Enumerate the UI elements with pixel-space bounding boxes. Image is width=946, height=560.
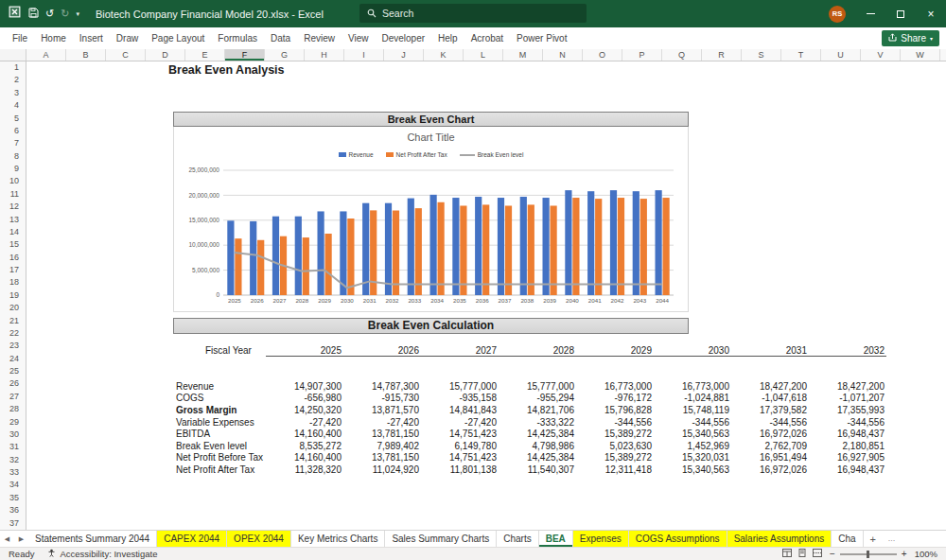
column-header-o[interactable]: O (583, 49, 622, 61)
bar-net-profit-2035[interactable] (460, 205, 466, 295)
table-cell[interactable]: -333,322 (499, 417, 576, 428)
row-header-7[interactable]: 7 (0, 137, 26, 149)
row-header-28[interactable]: 28 (0, 403, 26, 415)
table-cell[interactable]: 16,972,026 (731, 429, 809, 439)
bar-revenue-2028[interactable] (295, 217, 302, 295)
table-cell[interactable]: 16,927,905 (809, 452, 886, 463)
ribbon-tab-page-layout[interactable]: Page Layout (145, 27, 211, 49)
bar-net-profit-2025[interactable] (235, 238, 241, 295)
column-header-f[interactable]: F (225, 49, 265, 61)
row-header-18[interactable]: 18 (0, 276, 26, 289)
row-header-24[interactable]: 24 (0, 353, 26, 365)
restore-button[interactable] (885, 0, 916, 27)
bar-revenue-2039[interactable] (543, 198, 550, 295)
page-layout-view-icon[interactable] (797, 549, 807, 559)
table-cell[interactable]: 14,821,706 (499, 405, 576, 415)
bar-revenue-2040[interactable] (565, 190, 571, 295)
table-cell[interactable]: 15,748,119 (654, 405, 731, 415)
table-cell[interactable]: 2,180,851 (809, 441, 886, 451)
column-header-l[interactable]: L (464, 49, 503, 61)
row-header-21[interactable]: 21 (0, 315, 26, 327)
column-header-q[interactable]: Q (662, 49, 702, 61)
bar-net-profit-2032[interactable] (393, 211, 399, 295)
bar-net-profit-2037[interactable] (505, 205, 512, 295)
bar-revenue-2026[interactable] (250, 221, 256, 295)
table-cell[interactable]: 16,773,000 (654, 381, 731, 392)
bar-revenue-2032[interactable] (385, 203, 392, 295)
bar-revenue-2044[interactable] (656, 190, 662, 295)
table-cell[interactable]: -935,158 (421, 393, 499, 403)
normal-view-icon[interactable] (782, 549, 792, 559)
row-header-34[interactable]: 34 (0, 479, 26, 491)
ribbon-tab-file[interactable]: File (6, 27, 34, 49)
table-cell[interactable]: 14,907,300 (266, 381, 343, 392)
column-header-w[interactable]: W (901, 49, 940, 61)
zoom-percentage[interactable]: 100% (915, 549, 937, 559)
column-header-d[interactable]: D (146, 49, 185, 61)
year-header[interactable]: 2026 (343, 345, 421, 357)
table-cell[interactable]: 4,798,986 (499, 441, 576, 451)
table-cell[interactable]: 16,773,000 (576, 381, 654, 392)
bar-revenue-2043[interactable] (633, 191, 639, 295)
table-cell[interactable]: 14,250,320 (266, 405, 343, 415)
row-header-25[interactable]: 25 (0, 365, 26, 377)
row-header-31[interactable]: 31 (0, 441, 26, 453)
table-cell[interactable]: 1,452,969 (654, 441, 731, 451)
row-header-32[interactable]: 32 (0, 454, 26, 466)
bar-net-profit-2041[interactable] (595, 199, 602, 295)
bar-revenue-2037[interactable] (498, 198, 504, 295)
table-cell[interactable]: -27,420 (266, 417, 343, 428)
sheet-nav-right-icon[interactable]: ▶ (14, 531, 28, 547)
add-sheet-icon[interactable]: + (864, 531, 883, 547)
row-header-16[interactable]: 16 (0, 252, 26, 264)
row-header-3[interactable]: 3 (0, 87, 26, 99)
table-cell[interactable]: 11,328,320 (266, 464, 343, 475)
table-cell[interactable]: -344,556 (809, 417, 886, 428)
table-cell[interactable]: 15,389,272 (576, 429, 654, 439)
page-break-view-icon[interactable] (813, 549, 822, 559)
year-header[interactable]: 2031 (731, 345, 809, 357)
row-header-4[interactable]: 4 (0, 99, 26, 112)
table-cell[interactable]: 14,841,843 (421, 405, 499, 415)
bar-net-profit-2038[interactable] (528, 204, 534, 295)
row-header-23[interactable]: 23 (0, 340, 26, 352)
row-header-11[interactable]: 11 (0, 188, 26, 201)
bar-revenue-2033[interactable] (408, 199, 414, 295)
bar-net-profit-2040[interactable] (572, 198, 579, 295)
table-cell[interactable]: 15,796,828 (576, 405, 654, 415)
row-header-6[interactable]: 6 (0, 125, 26, 137)
table-cell[interactable]: 17,355,993 (809, 405, 886, 415)
table-cell[interactable]: 5,023,630 (576, 441, 654, 451)
table-cell[interactable]: 18,427,200 (731, 381, 809, 392)
qat-customize-icon[interactable]: ▾ (76, 10, 79, 17)
zoom-slider[interactable] (840, 553, 897, 555)
table-cell[interactable]: 15,340,563 (654, 464, 731, 475)
bar-net-profit-2042[interactable] (618, 198, 624, 295)
select-all-corner[interactable] (0, 49, 26, 61)
bar-net-profit-2030[interactable] (347, 219, 354, 295)
bar-net-profit-2033[interactable] (415, 208, 422, 295)
column-header-t[interactable]: T (781, 49, 821, 61)
row-header-26[interactable]: 26 (0, 377, 26, 390)
sheet-tab-bea[interactable]: BEA (539, 531, 573, 547)
zoom-slider-thumb[interactable] (867, 551, 869, 558)
row-header-29[interactable]: 29 (0, 416, 26, 429)
ribbon-tab-data[interactable]: Data (264, 27, 297, 49)
table-cell[interactable]: 18,427,200 (809, 381, 886, 392)
table-cell[interactable]: 16,951,494 (731, 452, 809, 463)
table-cell[interactable]: 16,972,026 (731, 464, 809, 475)
share-button[interactable]: Share ▾ (882, 30, 939, 46)
table-cell[interactable]: 14,425,384 (499, 429, 576, 439)
table-cell[interactable]: 14,425,384 (499, 452, 576, 463)
year-header[interactable]: 2029 (576, 345, 654, 357)
ribbon-tab-help[interactable]: Help (431, 27, 464, 49)
sheet-tab-statements-summary-2044[interactable]: Statements Summary 2044 (28, 531, 157, 547)
table-cell[interactable]: 12,311,418 (576, 464, 654, 475)
column-header-n[interactable]: N (543, 49, 583, 61)
sheet-tab-sales-summary-charts[interactable]: Sales Summary Charts (385, 531, 497, 547)
bar-revenue-2029[interactable] (318, 211, 324, 295)
row-header-13[interactable]: 13 (0, 214, 26, 226)
table-cell[interactable]: 15,389,272 (576, 452, 654, 463)
excel-app-icon[interactable] (8, 5, 22, 23)
table-cell[interactable]: 14,160,400 (266, 452, 343, 463)
